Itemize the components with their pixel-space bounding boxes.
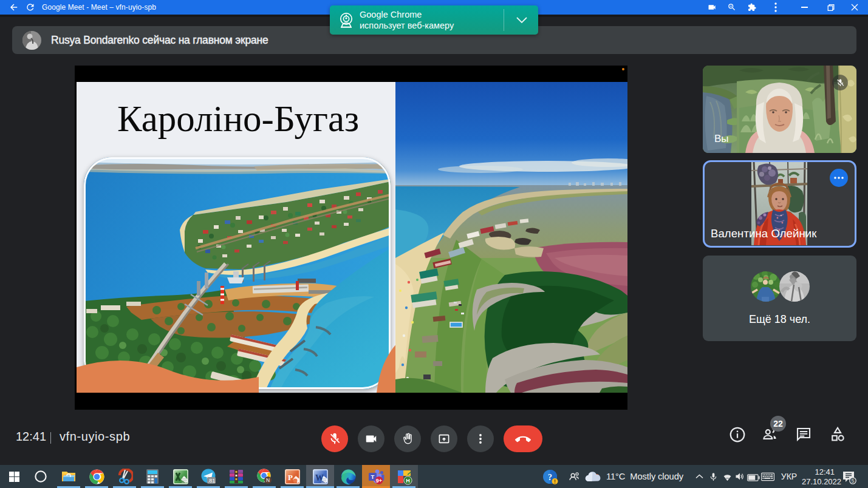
svg-text:5: 5 xyxy=(851,478,854,484)
svg-text:9+: 9+ xyxy=(376,478,382,484)
svg-text:P: P xyxy=(288,473,293,482)
svg-text:?: ? xyxy=(548,472,552,481)
svg-text:W: W xyxy=(315,473,324,482)
svg-text:H: H xyxy=(406,478,410,484)
svg-text:.81: .81 xyxy=(208,478,216,484)
svg-text:N: N xyxy=(266,477,270,483)
svg-text:T: T xyxy=(371,473,375,480)
